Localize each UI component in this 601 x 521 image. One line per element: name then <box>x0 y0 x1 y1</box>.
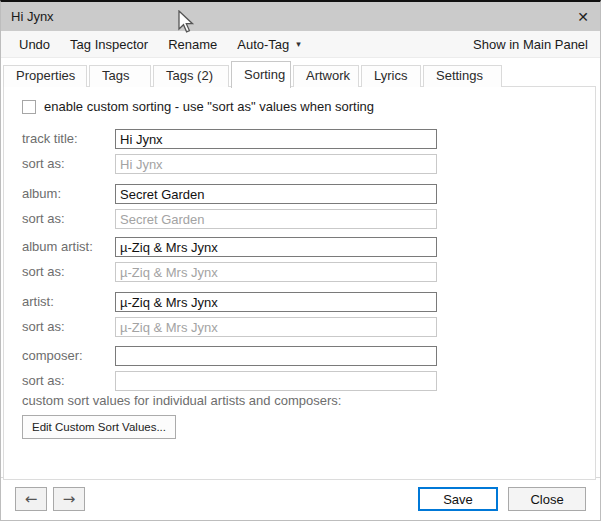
tab-tags-2[interactable]: Tags (2) <box>153 65 229 87</box>
menu-item-show-in-main-panel[interactable]: Show in Main Panel <box>463 31 600 57</box>
tab-artwork[interactable]: Artwork <box>293 65 359 87</box>
previous-track-button[interactable]: ← <box>15 487 47 511</box>
track-title-input[interactable] <box>115 129 437 149</box>
composer-label: composer: <box>22 348 83 363</box>
custom-sort-values-label: custom sort values for individual artist… <box>22 393 341 408</box>
album-input[interactable] <box>115 184 437 204</box>
field-row: sort as: <box>4 371 595 391</box>
chevron-down-icon: ▾ <box>296 39 301 49</box>
arrow-left-icon: ← <box>25 490 38 508</box>
track-title-sort-label: sort as: <box>22 156 65 171</box>
edit-custom-sort-values-button[interactable]: Edit Custom Sort Values... <box>22 415 176 439</box>
enable-custom-sorting-row: enable custom sorting - use "sort as" va… <box>22 99 374 114</box>
enable-custom-sorting-checkbox[interactable] <box>22 100 36 114</box>
track-title-sort-input <box>115 154 437 174</box>
menu-item-undo[interactable]: Undo <box>1 31 60 57</box>
field-row: artist: <box>4 292 595 312</box>
track-title-label: track title: <box>22 131 78 146</box>
window-title: Hi Jynx <box>11 9 54 24</box>
close-icon[interactable]: ✕ <box>566 2 600 31</box>
tab-lyrics[interactable]: Lyrics <box>361 65 421 87</box>
titlebar: Hi Jynx ✕ <box>1 2 600 31</box>
tab-tags[interactable]: Tags <box>89 65 151 87</box>
album-artist-sort-input <box>115 262 437 282</box>
field-row: sort as: <box>4 317 595 337</box>
tab-properties[interactable]: Properties <box>3 65 87 87</box>
album-artist-input[interactable] <box>115 237 437 257</box>
menu-item-tag-inspector[interactable]: Tag Inspector <box>60 31 158 57</box>
field-row: composer: <box>4 346 595 366</box>
menu-item-auto-tag[interactable]: Auto-Tag ▾ <box>227 31 311 57</box>
tab-settings[interactable]: Settings <box>423 65 502 87</box>
arrow-right-icon: → <box>63 490 76 508</box>
sorting-panel: enable custom sorting - use "sort as" va… <box>3 86 596 480</box>
tab-sorting[interactable]: Sorting <box>231 61 291 88</box>
artist-sort-input <box>115 317 437 337</box>
field-row: album artist: <box>4 237 595 257</box>
composer-sort-input <box>115 371 437 391</box>
tab-strip: Properties Tags Tags (2) Sorting Artwork… <box>3 60 594 87</box>
composer-sort-label: sort as: <box>22 373 65 388</box>
album-label: album: <box>22 186 61 201</box>
enable-custom-sorting-label: enable custom sorting - use "sort as" va… <box>44 99 374 114</box>
close-button[interactable]: Close <box>508 487 586 511</box>
tag-editor-window: Hi Jynx ✕ Undo Tag Inspector Rename Auto… <box>0 0 601 521</box>
artist-sort-label: sort as: <box>22 319 65 334</box>
album-sort-input <box>115 209 437 229</box>
album-sort-label: sort as: <box>22 211 65 226</box>
field-row: sort as: <box>4 262 595 282</box>
save-button[interactable]: Save <box>418 487 498 511</box>
field-row: sort as: <box>4 154 595 174</box>
menu-item-rename[interactable]: Rename <box>158 31 227 57</box>
composer-input[interactable] <box>115 346 437 366</box>
footer-bar: ← → Save Close <box>1 477 600 520</box>
field-row: sort as: <box>4 209 595 229</box>
field-row: track title: <box>4 129 595 149</box>
album-artist-sort-label: sort as: <box>22 264 65 279</box>
field-row: album: <box>4 184 595 204</box>
album-artist-label: album artist: <box>22 239 93 254</box>
next-track-button[interactable]: → <box>53 487 85 511</box>
menubar: Undo Tag Inspector Rename Auto-Tag ▾ Sho… <box>1 31 600 58</box>
auto-tag-label: Auto-Tag <box>237 37 289 52</box>
artist-label: artist: <box>22 294 54 309</box>
artist-input[interactable] <box>115 292 437 312</box>
